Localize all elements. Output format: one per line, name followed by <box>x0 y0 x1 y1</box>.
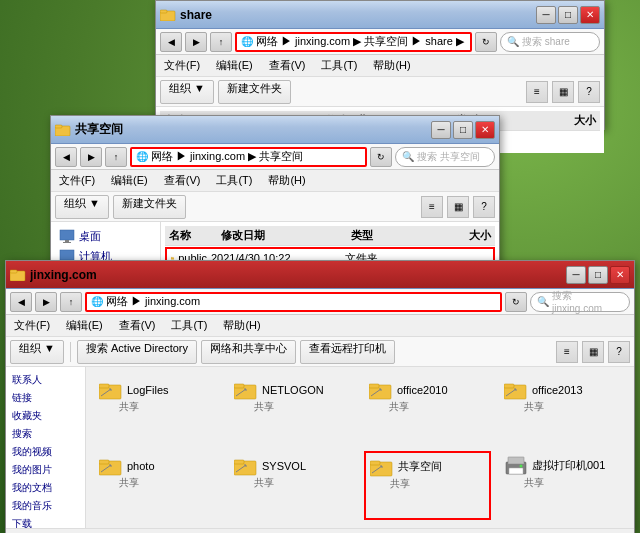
titlebar-jinxing: jinxing.com ─ □ ✕ <box>6 261 634 289</box>
sidebar-item-desktop[interactable]: 桌面 <box>51 226 160 246</box>
view-details[interactable]: ▦ <box>582 341 604 363</box>
organize-button[interactable]: 组织 ▼ <box>10 340 64 364</box>
svg-rect-9 <box>60 250 74 260</box>
share-folder-icon <box>234 380 258 400</box>
menu-file[interactable]: 文件(F) <box>160 56 204 75</box>
menu-help[interactable]: 帮助(H) <box>369 56 414 75</box>
help-icon-btn[interactable]: ? <box>578 81 600 103</box>
win1-controls: ─ □ ✕ <box>536 6 600 24</box>
ad-search-button[interactable]: 搜索 Active Directory <box>77 340 197 364</box>
view-details[interactable]: ▦ <box>552 81 574 103</box>
menu-file[interactable]: 文件(F) <box>55 171 99 190</box>
sidebar-item-pictures[interactable]: 我的图片 <box>6 461 85 479</box>
win3-icon-grid: LogFiles 共享 NETLOGON 共享 office2010 共享 <box>86 367 634 528</box>
window-jinxing: jinxing.com ─ □ ✕ ◀ ▶ ↑ 🌐 网络 ▶ jinxing.c… <box>5 260 635 533</box>
organize-button[interactable]: 组织 ▼ <box>160 80 214 104</box>
forward-button[interactable]: ▶ <box>185 32 207 52</box>
menu-view[interactable]: 查看(V) <box>160 171 205 190</box>
menu-edit[interactable]: 编辑(E) <box>107 171 152 190</box>
up-button[interactable]: ↑ <box>105 147 127 167</box>
sidebar-item-downloads[interactable]: 下载 <box>6 515 85 528</box>
close-button[interactable]: ✕ <box>580 6 600 24</box>
item-sub: 共享 <box>524 400 544 414</box>
view-details[interactable]: ▦ <box>447 196 469 218</box>
folder-icon <box>160 7 176 23</box>
new-folder-button[interactable]: 新建文件夹 <box>113 195 186 219</box>
menu-help[interactable]: 帮助(H) <box>264 171 309 190</box>
win3-sidebar: 联系人 链接 收藏夹 搜索 我的视频 我的图片 我的文档 我的音乐 下载 桌面 <box>6 367 86 528</box>
forward-button[interactable]: ▶ <box>35 292 57 312</box>
remote-print-button[interactable]: 查看远程打印机 <box>300 340 395 364</box>
back-button[interactable]: ◀ <box>55 147 77 167</box>
close-button[interactable]: ✕ <box>475 121 495 139</box>
sidebar-item-links[interactable]: 链接 <box>6 389 85 407</box>
network-folder-icon <box>10 267 26 283</box>
sidebar-item-videos[interactable]: 我的视频 <box>6 443 85 461</box>
menu-file[interactable]: 文件(F) <box>10 316 54 335</box>
back-button[interactable]: ◀ <box>160 32 182 52</box>
back-button[interactable]: ◀ <box>10 292 32 312</box>
menu-tools[interactable]: 工具(T) <box>317 56 361 75</box>
item-name: 共享空间 <box>398 459 442 474</box>
menu-view[interactable]: 查看(V) <box>115 316 160 335</box>
sidebar-item-contacts[interactable]: 联系人 <box>6 371 85 389</box>
network-share-button[interactable]: 网络和共享中心 <box>201 340 296 364</box>
grid-item-office2013[interactable]: office2013 共享 <box>499 375 626 443</box>
share-folder-icon <box>370 457 394 477</box>
grid-item-inner: 虚拟打印机001 <box>504 456 621 476</box>
sidebar-item-music[interactable]: 我的音乐 <box>6 497 85 515</box>
menu-edit[interactable]: 编辑(E) <box>62 316 107 335</box>
sidebar-item-docs[interactable]: 我的文档 <box>6 479 85 497</box>
organize-button[interactable]: 组织 ▼ <box>55 195 109 219</box>
refresh-button[interactable]: ↻ <box>475 32 497 52</box>
win3-title: jinxing.com <box>30 268 566 282</box>
item-name: LogFiles <box>127 384 169 396</box>
address-box[interactable]: 🌐 网络 ▶ jinxing.com <box>85 292 502 312</box>
maximize-button[interactable]: □ <box>453 121 473 139</box>
view-toggle[interactable]: ≡ <box>556 341 578 363</box>
close-button[interactable]: ✕ <box>610 266 630 284</box>
search-box[interactable]: 🔍 搜索 共享空间 <box>395 147 495 167</box>
menu-view[interactable]: 查看(V) <box>265 56 310 75</box>
up-button[interactable]: ↑ <box>60 292 82 312</box>
win3-content: 联系人 链接 收藏夹 搜索 我的视频 我的图片 我的文档 我的音乐 下载 桌面 … <box>6 367 634 528</box>
grid-item-netlogon[interactable]: NETLOGON 共享 <box>229 375 356 443</box>
menu-edit[interactable]: 编辑(E) <box>212 56 257 75</box>
refresh-button[interactable]: ↻ <box>505 292 527 312</box>
grid-item-logfiles[interactable]: LogFiles 共享 <box>94 375 221 443</box>
help-icon-btn[interactable]: ? <box>608 341 630 363</box>
help-icon-btn[interactable]: ? <box>473 196 495 218</box>
minimize-button[interactable]: ─ <box>536 6 556 24</box>
titlebar-gongxiang: 共享空间 ─ □ ✕ <box>51 116 499 144</box>
address-box[interactable]: 🌐 网络 ▶ jinxing.com ▶ 共享空间 <box>130 147 367 167</box>
view-toggle[interactable]: ≡ <box>526 81 548 103</box>
menu-help[interactable]: 帮助(H) <box>219 316 264 335</box>
maximize-button[interactable]: □ <box>558 6 578 24</box>
maximize-button[interactable]: □ <box>588 266 608 284</box>
up-button[interactable]: ↑ <box>210 32 232 52</box>
minimize-button[interactable]: ─ <box>431 121 451 139</box>
item-name: office2010 <box>397 384 448 396</box>
sidebar-item-favorites[interactable]: 收藏夹 <box>6 407 85 425</box>
address-box[interactable]: 🌐 网络 ▶ jinxing.com ▶ 共享空间 ▶ share ▶ <box>235 32 472 52</box>
svg-rect-23 <box>234 384 244 388</box>
grid-item-office2010[interactable]: office2010 共享 <box>364 375 491 443</box>
svg-rect-48 <box>370 461 380 465</box>
search-box[interactable]: 🔍 搜索 share <box>500 32 600 52</box>
grid-item-inner: SYSVOL <box>234 456 351 476</box>
win2-addressbar: ◀ ▶ ↑ 🌐 网络 ▶ jinxing.com ▶ 共享空间 ↻ 🔍 搜索 共… <box>51 144 499 170</box>
view-toggle[interactable]: ≡ <box>421 196 443 218</box>
menu-tools[interactable]: 工具(T) <box>167 316 211 335</box>
minimize-button[interactable]: ─ <box>566 266 586 284</box>
new-folder-button[interactable]: 新建文件夹 <box>218 80 291 104</box>
grid-item-gongxiang[interactable]: 共享空间 共享 <box>364 451 491 521</box>
grid-item-printer[interactable]: 虚拟打印机001 共享 <box>499 451 626 521</box>
forward-button[interactable]: ▶ <box>80 147 102 167</box>
sidebar-item-search[interactable]: 搜索 <box>6 425 85 443</box>
grid-item-sysvol[interactable]: SYSVOL 共享 <box>229 451 356 521</box>
col-size: 大小 <box>536 113 596 128</box>
search-box[interactable]: 🔍 搜索 jinxing.com <box>530 292 630 312</box>
menu-tools[interactable]: 工具(T) <box>212 171 256 190</box>
refresh-button[interactable]: ↻ <box>370 147 392 167</box>
grid-item-photo[interactable]: photo 共享 <box>94 451 221 521</box>
